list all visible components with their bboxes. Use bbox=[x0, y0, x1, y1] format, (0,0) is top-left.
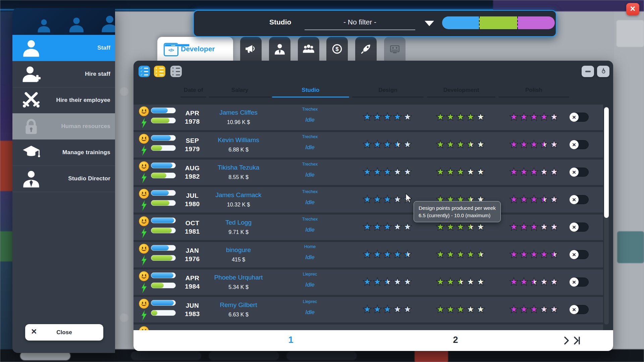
fire-employee-button[interactable] bbox=[597, 66, 609, 77]
table-scrollbar[interactable] bbox=[604, 107, 609, 324]
dismiss-toggle[interactable]: × bbox=[570, 168, 589, 177]
close-button-label: Close bbox=[25, 329, 103, 336]
star: ★★ bbox=[402, 166, 413, 178]
star: ★★ bbox=[519, 221, 529, 233]
dismiss-toggle[interactable]: × bbox=[570, 113, 589, 122]
dismiss-toggle[interactable]: × bbox=[570, 250, 589, 259]
employee-name[interactable]: James Carmack bbox=[202, 191, 275, 199]
column-header-salary[interactable]: Salary bbox=[209, 84, 271, 98]
column-header-polish[interactable]: Polish bbox=[498, 84, 569, 98]
design-stars[interactable]: ★★★★★★★★★★ bbox=[362, 304, 413, 315]
design-stars[interactable]: ★★★★★★★★★★ bbox=[362, 221, 413, 233]
employee-name[interactable]: Tikisha Tezuka bbox=[202, 164, 275, 171]
energy-bar-fill bbox=[151, 310, 157, 315]
window-close-button[interactable]: × bbox=[626, 3, 639, 15]
star: ★★ bbox=[402, 304, 413, 315]
tab-finance[interactable]: $ bbox=[326, 37, 348, 61]
dismiss-toggle[interactable]: × bbox=[570, 223, 589, 232]
filter-idle-employees-button[interactable]: z z z bbox=[154, 66, 165, 77]
employee-name[interactable]: Phoebe Urquhart bbox=[202, 274, 275, 281]
star: ★★ bbox=[362, 304, 372, 315]
sidebar-item-manage-trainings[interactable]: Manage trainings bbox=[12, 139, 115, 166]
star: ★★ bbox=[549, 221, 559, 233]
polish-stars[interactable]: ★★★★★★★★★★ bbox=[509, 304, 559, 315]
filter-removed-employees-button[interactable]: × × × bbox=[170, 66, 182, 77]
development-stars[interactable]: ★★★★★★★★★★ bbox=[435, 249, 486, 260]
employee-name[interactable]: Kevin Williams bbox=[202, 136, 275, 144]
polish-stars[interactable]: ★★★★★★★★★★ bbox=[509, 276, 559, 288]
column-header-date[interactable]: Date of bbox=[180, 84, 206, 98]
energy-bolt-icon bbox=[141, 283, 147, 293]
mood-indicator bbox=[139, 299, 150, 309]
polish-stars[interactable]: ★★★★★★★★★★ bbox=[509, 111, 559, 123]
dismiss-toggle[interactable]: × bbox=[570, 278, 589, 287]
sleep-list-icon: z bbox=[156, 67, 164, 69]
dismiss-toggle[interactable]: × bbox=[570, 140, 589, 149]
polish-stars[interactable]: ★★★★★★★★★★ bbox=[509, 139, 559, 150]
dismiss-toggle[interactable]: × bbox=[570, 195, 589, 204]
mood-indicator bbox=[139, 189, 150, 199]
tab-equipment bbox=[384, 37, 406, 61]
development-stars[interactable]: ★★★★★★★★★★ bbox=[435, 166, 486, 178]
design-stars[interactable]: ★★★★★★★★★★ bbox=[362, 139, 413, 150]
chevron-down-icon[interactable] bbox=[425, 21, 434, 26]
sidebar-item-studio-director[interactable]: Studio Director bbox=[12, 166, 115, 192]
star: ★★ bbox=[382, 166, 392, 178]
tab-developer[interactable]: </> Developer bbox=[157, 37, 233, 62]
star: ★★ bbox=[392, 139, 402, 150]
sidebar-item-hire-their-employee[interactable]: Hire their employee bbox=[12, 87, 115, 114]
column-header-design[interactable]: Design bbox=[352, 84, 424, 98]
employee-name[interactable]: Ted Logg bbox=[202, 219, 275, 226]
design-stars[interactable]: ★★★★★★★★★★ bbox=[362, 249, 413, 260]
tab-marketing[interactable] bbox=[240, 37, 262, 61]
sidebar-item-staff[interactable]: Staff bbox=[12, 35, 115, 61]
table-row: OCT 1981 Ted Logg 9.71 K $ Trechex Idle … bbox=[133, 215, 603, 240]
employee-name[interactable]: binogure bbox=[202, 246, 275, 254]
person-plus-icon bbox=[22, 65, 41, 83]
star: ★★ bbox=[529, 221, 539, 233]
star: ★★ bbox=[362, 194, 372, 205]
development-stars[interactable]: ★★★★★★★★★★ bbox=[435, 304, 486, 315]
employee-name[interactable]: James Cliffes bbox=[202, 109, 275, 116]
design-stars[interactable]: ★★★★★★★★★★ bbox=[362, 166, 413, 178]
tab-office-worker[interactable] bbox=[269, 37, 290, 61]
close-button[interactable]: × Close bbox=[25, 324, 103, 341]
next-page-button[interactable] bbox=[564, 336, 570, 346]
star: ★★ bbox=[455, 276, 466, 288]
polish-stars[interactable]: ★★★★★★★★★★ bbox=[509, 221, 559, 233]
star: ★★ bbox=[519, 139, 529, 150]
studio-cell: Trechex Idle bbox=[288, 215, 332, 240]
studio-filter-value[interactable]: - No filter - bbox=[305, 18, 415, 26]
filter-active-employees-button[interactable]: ✓ ✓ ✓ bbox=[139, 66, 150, 77]
decrease-salary-button[interactable] bbox=[582, 66, 594, 77]
energy-bolt-icon bbox=[141, 200, 147, 210]
star: ★★ bbox=[519, 304, 529, 315]
star: ★★ bbox=[466, 139, 476, 150]
development-stars[interactable]: ★★★★★★★★★★ bbox=[435, 111, 486, 123]
energy-bar bbox=[151, 118, 176, 123]
column-header-studio[interactable]: Studio bbox=[272, 84, 349, 98]
tab-research[interactable] bbox=[355, 37, 377, 61]
design-stars[interactable]: ★★★★★★★★★★ bbox=[362, 111, 413, 123]
development-stars[interactable]: ★★★★★★★★★★ bbox=[435, 221, 486, 233]
dismiss-toggle[interactable]: × bbox=[570, 305, 589, 314]
polish-stars[interactable]: ★★★★★★★★★★ bbox=[509, 166, 559, 178]
mood-bar bbox=[151, 135, 176, 141]
energy-bar-fill bbox=[151, 118, 169, 123]
development-stars[interactable]: ★★★★★★★★★★ bbox=[435, 276, 486, 288]
mood-smiley-icon bbox=[139, 244, 149, 254]
polish-stars[interactable]: ★★★★★★★★★★ bbox=[509, 249, 559, 260]
page-2-button[interactable]: 2 bbox=[445, 335, 466, 345]
employee-name[interactable]: Remy Gilbert bbox=[202, 301, 275, 309]
polish-stars[interactable]: ★★★★★★★★★★ bbox=[509, 194, 559, 205]
development-stars[interactable]: ★★★★★★★★★★ bbox=[435, 139, 486, 150]
scrollbar-thumb[interactable] bbox=[604, 107, 609, 218]
tab-team[interactable] bbox=[298, 37, 319, 61]
design-stars[interactable]: ★★★★★★★★★★ bbox=[362, 276, 413, 288]
sidebar-item-hire-staff[interactable]: Hire staff bbox=[12, 61, 115, 87]
star: ★★ bbox=[402, 276, 413, 288]
column-header-development[interactable]: Development bbox=[427, 84, 495, 98]
last-page-button[interactable] bbox=[574, 336, 581, 346]
star: ★★ bbox=[445, 276, 455, 288]
page-1-button[interactable]: 1 bbox=[281, 335, 301, 345]
